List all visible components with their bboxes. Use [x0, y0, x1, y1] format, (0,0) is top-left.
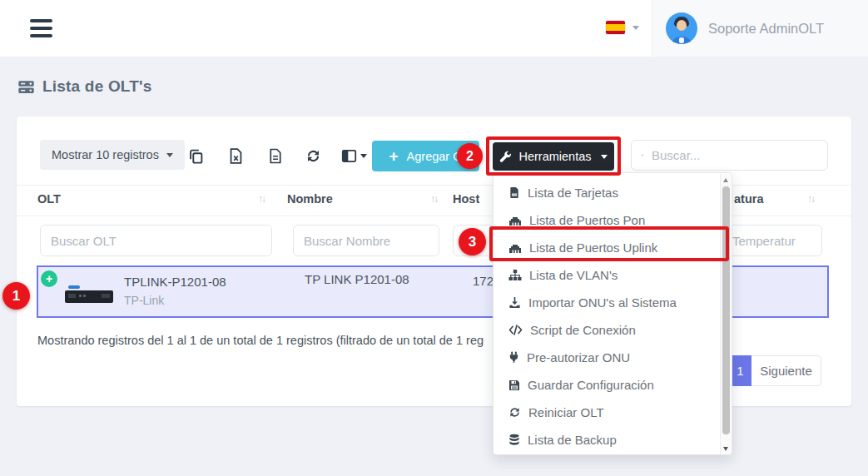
page-title: Lista de OLT's — [17, 77, 152, 96]
save-icon — [508, 379, 520, 391]
tools-dropdown-button[interactable]: Herramientas — [493, 142, 614, 171]
columns-icon — [341, 149, 357, 163]
column-header-host[interactable]: Host — [453, 192, 479, 206]
export-excel-button[interactable] — [229, 146, 250, 165]
column-visibility-button[interactable] — [341, 146, 374, 165]
olt-brand: TP-Link — [124, 294, 164, 307]
filter-olt-input[interactable] — [40, 225, 272, 256]
user-name: Soporte AdminOLT — [708, 21, 824, 37]
sim-card-icon — [508, 186, 520, 199]
user-menu[interactable]: Soporte AdminOLT — [652, 0, 868, 57]
excel-file-icon — [229, 148, 243, 164]
copy-icon — [188, 148, 204, 164]
download-icon — [508, 296, 521, 309]
tools-dropdown-menu: Lista de Tarjetas Lista de Puertos Pon L… — [493, 172, 732, 455]
add-olt-button[interactable]: + Agregar O — [372, 141, 479, 171]
filter-host-input[interactable] — [453, 225, 494, 256]
sort-icon[interactable]: ↑↓ — [807, 193, 814, 205]
menu-item-lista-de-puertos-pon[interactable]: Lista de Puertos Pon — [494, 206, 732, 234]
column-header-temperatura[interactable]: atura — [734, 192, 763, 206]
column-header-olt[interactable]: OLT — [37, 192, 61, 206]
ethernet-icon — [508, 242, 522, 254]
page-length-select[interactable]: Mostrar 10 registros — [40, 140, 185, 170]
olt-display-name: TP LINK P1201-08 — [305, 272, 409, 286]
copy-button[interactable] — [188, 146, 210, 165]
column-header-nombre[interactable]: Nombre — [287, 192, 333, 206]
search-icon — [642, 148, 643, 162]
olt-device-image — [65, 285, 113, 305]
menu-item-lista-de-puertos-uplink[interactable]: Lista de Puertos Uplink — [494, 234, 732, 261]
plus-icon: + — [46, 272, 52, 285]
plug-icon — [508, 351, 519, 364]
scroll-up-icon[interactable] — [723, 178, 728, 182]
refresh-icon — [508, 406, 521, 419]
next-page-button[interactable]: Siguiente — [751, 355, 821, 386]
olt-name: TPLINK-P1201-08 — [124, 275, 226, 289]
ethernet-icon — [508, 215, 522, 226]
file-lines-icon — [269, 148, 282, 164]
menu-item-importar-onus[interactable]: Importar ONU's al Sistema — [494, 289, 732, 316]
wrench-icon — [499, 151, 512, 163]
scroll-down-icon[interactable] — [723, 447, 728, 451]
menu-item-reiniciar-olt[interactable]: Reiniciar OLT — [494, 399, 732, 426]
global-search — [631, 140, 828, 171]
plus-icon: + — [389, 148, 398, 164]
menu-item-lista-de-tarjetas[interactable]: Lista de Tarjetas — [494, 179, 732, 206]
menu-item-guardar-configuracion[interactable]: Guardar Configuración — [494, 371, 732, 399]
scrollbar-thumb[interactable] — [722, 186, 730, 434]
chevron-down-icon — [360, 154, 367, 158]
spain-flag-icon — [606, 21, 625, 34]
chevron-down-icon — [632, 26, 639, 30]
chevron-down-icon — [601, 155, 608, 159]
language-dropdown[interactable] — [606, 21, 639, 34]
avatar — [666, 12, 697, 44]
menu-item-lista-de-backup[interactable]: Lista de Backup — [494, 426, 732, 454]
code-icon — [508, 325, 523, 335]
server-icon — [17, 78, 35, 96]
filter-nombre-input[interactable] — [293, 225, 439, 256]
app-window: Soporte AdminOLT Lista de OLT's Mostrar … — [0, 0, 868, 476]
table-info-text: Mostrando registros del 1 al 1 de un tot… — [37, 334, 484, 347]
menu-item-script-de-conexion[interactable]: Script de Conexión — [494, 316, 732, 344]
page-1-button[interactable]: 1 — [729, 355, 751, 386]
search-input[interactable] — [652, 148, 817, 162]
menu-item-pre-autorizar-onu[interactable]: Pre-autorizar ONU — [494, 344, 732, 371]
sidebar-toggle-button[interactable] — [30, 19, 52, 37]
sort-icon[interactable]: ↑↓ — [430, 193, 437, 205]
reload-table-button[interactable] — [305, 146, 327, 165]
expand-row-button[interactable]: + — [41, 270, 57, 287]
export-file-button[interactable] — [269, 146, 290, 165]
menu-item-lista-de-vlans[interactable]: Lista de VLAN's — [494, 261, 732, 289]
refresh-icon — [305, 148, 321, 164]
pagination: 1 Siguiente — [729, 355, 821, 386]
sitemap-icon — [508, 269, 522, 281]
sort-icon[interactable]: ↑↓ — [258, 193, 265, 205]
chevron-down-icon — [166, 153, 173, 157]
dropdown-scrollbar[interactable] — [720, 174, 731, 455]
topbar: Soporte AdminOLT — [0, 0, 868, 57]
database-icon — [508, 434, 520, 446]
